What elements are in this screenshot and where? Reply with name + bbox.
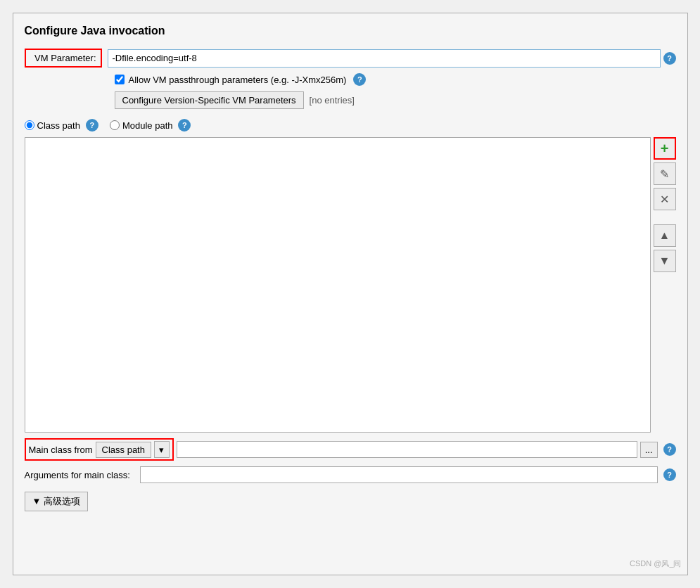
- main-class-from-label: Main class from: [29, 445, 93, 455]
- dialog-title: Configure Java invocation: [25, 25, 676, 37]
- vm-parameter-row: VM Parameter: ?: [25, 49, 676, 68]
- main-class-row: Main class from Class path ▾ ... ?: [25, 438, 676, 461]
- advanced-options-btn[interactable]: ▼ 高级选项: [25, 492, 88, 511]
- advanced-options-label: ▼ 高级选项: [32, 495, 80, 508]
- module-path-radio-label: Module path: [122, 120, 173, 131]
- sidebar-buttons: + ✎ ✕ ▲ ▼: [654, 137, 676, 433]
- vm-parameter-label: VM Parameter:: [25, 49, 102, 68]
- class-path-dropdown-btn[interactable]: Class path: [96, 442, 151, 458]
- module-path-help-icon[interactable]: ?: [178, 119, 191, 132]
- allow-passthrough-checkbox[interactable]: [115, 75, 125, 84]
- edit-classpath-btn[interactable]: ✎: [654, 162, 676, 185]
- arguments-help-icon[interactable]: ?: [663, 468, 676, 481]
- arguments-row: Arguments for main class: ?: [25, 466, 676, 483]
- arguments-input[interactable]: [140, 466, 658, 483]
- watermark: CSDN @风_间: [630, 558, 682, 569]
- main-class-from-section: Main class from Class path ▾: [25, 438, 174, 461]
- class-path-dropdown-arrow[interactable]: ▾: [154, 441, 170, 458]
- class-path-radio-option: Class path ?: [25, 119, 98, 132]
- main-class-browse-btn[interactable]: ...: [640, 442, 658, 458]
- advanced-row: ▼ 高级选项: [25, 492, 676, 511]
- classpath-content-area: + ✎ ✕ ▲ ▼: [25, 137, 676, 433]
- allow-passthrough-help-icon[interactable]: ?: [353, 73, 366, 86]
- vm-parameter-help-icon[interactable]: ?: [663, 52, 676, 65]
- configure-version-btn[interactable]: Configure Version-Specific VM Parameters: [115, 91, 304, 109]
- main-class-help-icon[interactable]: ?: [663, 443, 676, 456]
- move-down-btn[interactable]: ▼: [654, 250, 676, 272]
- main-class-input[interactable]: [177, 441, 637, 458]
- allow-passthrough-label: Allow VM passthrough parameters (e.g. -J…: [129, 75, 347, 85]
- allow-passthrough-row: Allow VM passthrough parameters (e.g. -J…: [115, 73, 676, 86]
- vm-parameter-input[interactable]: [108, 49, 661, 68]
- configure-version-row: Configure Version-Specific VM Parameters…: [115, 91, 676, 109]
- arguments-label: Arguments for main class:: [25, 470, 137, 480]
- class-path-help-icon[interactable]: ?: [86, 119, 98, 132]
- add-classpath-btn[interactable]: +: [654, 137, 676, 160]
- module-path-radio[interactable]: [110, 120, 120, 130]
- class-path-radio[interactable]: [25, 120, 34, 130]
- move-up-btn[interactable]: ▲: [654, 224, 676, 247]
- no-entries-label: [no entries]: [310, 95, 355, 106]
- remove-classpath-btn[interactable]: ✕: [654, 188, 676, 210]
- configure-java-dialog: Configure Java invocation VM Parameter: …: [13, 13, 688, 575]
- path-radio-row: Class path ? Module path ?: [25, 119, 676, 132]
- classpath-list[interactable]: [25, 137, 651, 433]
- class-path-radio-label: Class path: [37, 120, 80, 131]
- module-path-radio-option: Module path ?: [110, 119, 191, 132]
